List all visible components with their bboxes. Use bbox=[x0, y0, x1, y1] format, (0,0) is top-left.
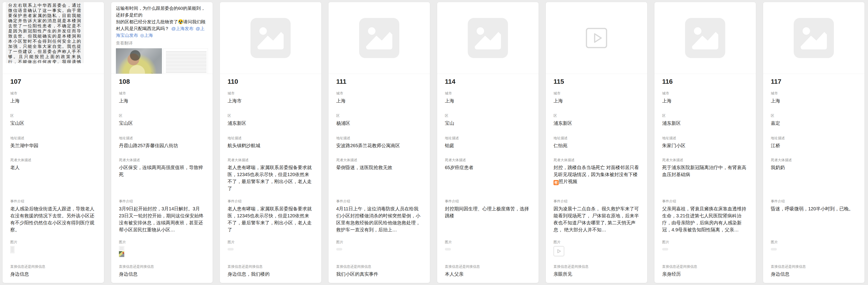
field-value-address: 铂庭 bbox=[445, 142, 531, 149]
field-value-direct: 身边信息 bbox=[119, 271, 205, 278]
field-value-district: 浦东新区 bbox=[227, 120, 314, 127]
field-city: 城市 上海 bbox=[336, 91, 422, 114]
see-translation-link[interactable]: 查看翻译 bbox=[116, 40, 208, 46]
field-value-city: 上海 bbox=[336, 97, 422, 104]
field-deceased-description: 死者大体描述 小区保安，连续两周高强度值班，导致猝死 bbox=[119, 158, 205, 199]
case-card[interactable]: 110 城市 上海市 区 浦东新区 地址描述 航头镇鹤沙航城 死者大体描述 老人… bbox=[220, 2, 321, 283]
image-thumbnail[interactable] bbox=[119, 251, 124, 257]
image-thumbnail[interactable] bbox=[119, 246, 124, 251]
video-placeholder[interactable] bbox=[546, 2, 647, 74]
field-value-district: 浦东新区 bbox=[554, 120, 640, 127]
image-thumbnail[interactable] bbox=[336, 248, 342, 250]
card-number: 110 bbox=[227, 74, 314, 91]
case-card[interactable]: 分左右联系上中华西居委会，通过微信语音确认了这一事实。由于需要保护患者家属的隐私… bbox=[2, 2, 104, 283]
card-number: 116 bbox=[662, 74, 748, 91]
card-media[interactable] bbox=[546, 2, 647, 74]
card-body: 115 城市 上海 区 浦东新区 地址描述 仁怡苑 死者大体描述 封控，跳楼自杀… bbox=[546, 74, 647, 278]
field-label-city: 城市 bbox=[336, 91, 422, 95]
field-district: 区 嘉定 bbox=[771, 114, 857, 136]
field-event-intro: 事件介绍 4月11日上午，这位消毒防疫人员在给我们小区封控楼做消杀的时候突然晕倒… bbox=[336, 199, 422, 240]
field-label-deceased: 死者大体描述 bbox=[10, 158, 96, 162]
field-event-intro: 事件介绍 封控期间因生理、心理上极度痛苦，选择跳楼 bbox=[445, 199, 531, 240]
post-text-screenshot[interactable] bbox=[163, 48, 208, 74]
field-value-address: 丹霞山路257弄馨佳园八街坊 bbox=[119, 142, 205, 149]
case-card[interactable]: 115 城市 上海 区 浦东新区 地址描述 仁怡苑 死者大体描述 封控，跳楼自杀… bbox=[546, 2, 647, 283]
case-card[interactable]: 116 城市 上海 区 浦东新区 地址描述 朱家门小区 死者大体描述 死于浦东医… bbox=[654, 2, 756, 283]
field-deceased-description: 死者大体描述 老人患有哮喘，家属联系居委报备要求就医，12345也表示尽快，但是… bbox=[227, 158, 314, 199]
field-city: 城市 上海 bbox=[662, 91, 748, 114]
field-label-direct: 直接信息还是间接信息 bbox=[662, 264, 748, 269]
card-media[interactable] bbox=[654, 2, 756, 74]
field-event-intro: 事件介绍 昏迷，呼吸微弱，120半小时到，已晚。 bbox=[771, 199, 857, 240]
image-placeholder bbox=[437, 2, 538, 74]
image-thumbnail[interactable] bbox=[662, 248, 668, 250]
image-thumbnail[interactable] bbox=[10, 246, 14, 253]
mention-link[interactable]: @上海发布 bbox=[171, 26, 193, 31]
field-value-direct: 身边信息 bbox=[10, 271, 96, 278]
post-images bbox=[116, 48, 208, 74]
case-card[interactable]: 运输有时间，为什么跟居委会的60的菜能到，还好多是烂的别的区都已经分发过几批物资… bbox=[111, 2, 213, 283]
field-image: 图片 bbox=[227, 240, 314, 264]
field-address: 地址描述 江桥 bbox=[771, 136, 857, 158]
card-number: 117 bbox=[771, 74, 857, 91]
field-value-direct: 我们小区的真实事件 bbox=[336, 271, 422, 278]
card-body: 116 城市 上海 区 浦东新区 地址描述 朱家门小区 死者大体描述 死于浦东医… bbox=[654, 74, 756, 278]
field-deceased-description: 死者大体描述 封控，跳楼自杀当场死亡 对面楼邻居只看见听见现场情况，因为集体被封… bbox=[554, 158, 640, 199]
field-value-event: 昏迷，呼吸微弱，120半小时到，已晚。 bbox=[771, 205, 857, 212]
field-value-deceased: 小区保安，连续两周高强度值班，导致猝死 bbox=[119, 164, 205, 178]
field-label-deceased: 死者大体描述 bbox=[662, 158, 748, 162]
cabbage-photo[interactable] bbox=[116, 48, 162, 74]
image-thumbnail[interactable] bbox=[445, 248, 451, 250]
field-direct-or-indirect: 直接信息还是间接信息 身边信息，我们楼的 bbox=[227, 264, 314, 278]
case-card[interactable]: 111 城市 上海 区 杨浦区 地址描述 安波路265弄兰花教师公寓南区 死者大… bbox=[328, 2, 430, 283]
field-value-address: 安波路265弄兰花教师公寓南区 bbox=[336, 142, 422, 149]
field-deceased-description: 死者大体描述 晕倒昏迷，送医院抢救无效 bbox=[336, 158, 422, 199]
video-thumbnail[interactable] bbox=[554, 246, 564, 256]
field-label-address: 地址描述 bbox=[336, 136, 422, 140]
field-label-city: 城市 bbox=[10, 91, 96, 95]
card-media[interactable] bbox=[763, 2, 865, 74]
field-deceased-description: 死者大体描述 我奶奶 bbox=[771, 158, 857, 199]
card-media[interactable] bbox=[329, 2, 430, 74]
field-value-city: 上海 bbox=[771, 97, 857, 104]
card-number: 115 bbox=[554, 74, 640, 91]
field-label-address: 地址描述 bbox=[662, 136, 748, 140]
field-value-direct: 亲眼所见 bbox=[554, 271, 640, 278]
mention-link[interactable]: ◎上海 bbox=[140, 33, 153, 38]
field-city: 城市 上海 bbox=[554, 91, 640, 114]
field-value-city: 上海 bbox=[445, 97, 531, 104]
field-label-deceased: 死者大体描述 bbox=[445, 158, 531, 162]
field-label-image: 图片 bbox=[10, 240, 96, 244]
card-media[interactable]: 分左右联系上中华西居委会，通过微信语音确认了这一事实。由于需要保护患者家属的隐私… bbox=[3, 2, 104, 74]
card-media[interactable]: 运输有时间，为什么跟居委会的60的菜能到，还好多是烂的别的区都已经分发过几批物资… bbox=[111, 2, 213, 74]
field-label-district: 区 bbox=[771, 114, 857, 118]
field-label-address: 地址描述 bbox=[445, 136, 531, 140]
image-thumbnail[interactable] bbox=[227, 248, 234, 250]
image-thumbnails[interactable] bbox=[119, 246, 205, 257]
field-image: 图片 bbox=[336, 240, 422, 264]
field-event-intro: 事件介绍 因为凌晨十二点自杀， 很久救护车来了可能看到现场死了， 尸体留在原地，… bbox=[554, 199, 640, 240]
field-direct-or-indirect: 直接信息还是间接信息 身边信息 bbox=[10, 264, 96, 278]
field-district: 区 宝山 bbox=[445, 114, 531, 136]
field-image: 图片 bbox=[445, 240, 531, 264]
case-card[interactable]: 114 城市 上海 区 宝山 地址描述 铂庭 死者大体描述 65岁癌症患者 事件… bbox=[437, 2, 539, 283]
field-image: 图片 bbox=[771, 240, 857, 264]
field-value-event: 3月9日起开始封控，3月14日解封。3月23日又一轮封控开始，期间这位保安始终没… bbox=[119, 205, 205, 233]
post-text: 运输有时间，为什么跟居委会的60的菜能到，还好多是烂的别的区都已经分发过几批物资… bbox=[116, 5, 208, 39]
field-label-city: 城市 bbox=[554, 91, 640, 95]
field-city: 城市 上海市 bbox=[227, 91, 314, 114]
field-district: 区 宝山区 bbox=[119, 114, 205, 136]
card-media[interactable] bbox=[437, 2, 538, 74]
post-text-line1: 运输有时间，为什么跟居委会的60的菜能到，还好多是烂的 bbox=[116, 6, 205, 17]
case-card[interactable]: 117 城市 上海 区 嘉定 地址描述 江桥 死者大体描述 我奶奶 事件介绍 昏… bbox=[763, 2, 865, 283]
card-media[interactable] bbox=[220, 2, 321, 74]
image-placeholder-icon bbox=[250, 18, 291, 58]
image-thumbnail[interactable] bbox=[771, 248, 777, 250]
field-label-direct: 直接信息还是间接信息 bbox=[771, 264, 857, 269]
field-image: 图片 bbox=[662, 240, 748, 264]
field-label-city: 城市 bbox=[227, 91, 314, 95]
field-district: 区 浦东新区 bbox=[227, 114, 314, 136]
field-value-event: 4月11日上午，这位消毒防疫人员在给我们小区封控楼做消杀的时候突然晕倒，小区里有… bbox=[336, 205, 422, 233]
have-photo-video-emoji: 有 bbox=[554, 180, 559, 185]
card-body: 108 城市 上海 区 宝山区 地址描述 丹霞山路257弄馨佳园八街坊 死者大体… bbox=[111, 74, 213, 278]
